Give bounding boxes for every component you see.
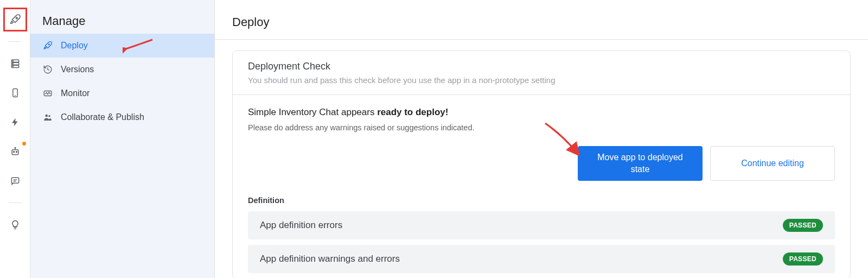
- activity-icon: [42, 88, 53, 99]
- bolt-icon[interactable]: [5, 112, 25, 132]
- continue-editing-button[interactable]: Continue editing: [710, 146, 835, 181]
- svg-point-22: [46, 115, 48, 117]
- database-icon[interactable]: [5, 54, 25, 73]
- svg-point-10: [13, 151, 14, 153]
- svg-line-20: [48, 70, 49, 71]
- annotation-arrow: [123, 37, 155, 55]
- definition-section-label: Definition: [248, 196, 835, 205]
- smartphone-icon[interactable]: [5, 83, 25, 103]
- sidebar-item-monitor[interactable]: Monitor: [30, 81, 214, 105]
- rocket-icon: [42, 40, 53, 51]
- users-icon: [42, 112, 53, 123]
- icon-rail: [0, 0, 30, 278]
- check-label: App definition warnings and errors: [260, 254, 400, 264]
- sidebar-item-versions[interactable]: Versions: [30, 58, 214, 81]
- svg-point-11: [16, 151, 17, 153]
- card-title: Deployment Check: [248, 61, 835, 72]
- sidebar-item-label: Monitor: [61, 89, 90, 98]
- svg-point-17: [48, 44, 49, 45]
- svg-point-5: [12, 64, 13, 64]
- warning-text: Please do address any warnings raised or…: [248, 123, 835, 132]
- sidebar-item-label: Versions: [61, 65, 94, 74]
- sidebar-item-collaborate[interactable]: Collaborate & Publish: [30, 105, 214, 129]
- notification-dot: [22, 142, 26, 146]
- svg-rect-14: [11, 178, 18, 183]
- divider: [9, 203, 22, 203]
- robot-icon[interactable]: [5, 142, 25, 161]
- status-badge: PASSED: [783, 219, 823, 232]
- svg-point-13: [15, 148, 16, 149]
- svg-point-23: [48, 115, 50, 117]
- action-button-row: Move app to deployed state Continue edit…: [248, 146, 835, 181]
- sidebar-item-label: Deploy: [61, 41, 88, 50]
- main-content: Deploy Deployment Check You should run a…: [215, 0, 868, 278]
- status-text: Simple Inventory Chat appears ready to d…: [248, 107, 835, 118]
- card-subtitle: You should run and pass this check befor…: [248, 75, 835, 85]
- status-badge: PASSED: [783, 252, 823, 266]
- check-row[interactable]: App definition errors PASSED: [248, 211, 835, 239]
- sidebar-item-label: Collaborate & Publish: [61, 112, 144, 122]
- rocket-icon[interactable]: [5, 10, 25, 29]
- move-to-deployed-button[interactable]: Move app to deployed state: [578, 146, 703, 181]
- manage-sidebar: Manage Deploy Versions Monitor Collabora…: [30, 0, 215, 278]
- svg-point-0: [16, 17, 17, 19]
- lightbulb-icon[interactable]: [5, 215, 25, 235]
- svg-point-6: [12, 66, 13, 67]
- deployment-check-card: Deployment Check You should run and pass…: [232, 50, 851, 278]
- check-label: App definition errors: [260, 220, 342, 231]
- divider: [9, 41, 22, 42]
- sidebar-title: Manage: [30, 0, 214, 34]
- chat-icon[interactable]: [5, 171, 25, 191]
- sidebar-item-deploy[interactable]: Deploy: [30, 34, 214, 58]
- page-title: Deploy: [215, 0, 868, 40]
- check-row[interactable]: App definition warnings and errors PASSE…: [248, 245, 835, 273]
- svg-point-4: [12, 61, 13, 61]
- history-icon: [42, 64, 53, 75]
